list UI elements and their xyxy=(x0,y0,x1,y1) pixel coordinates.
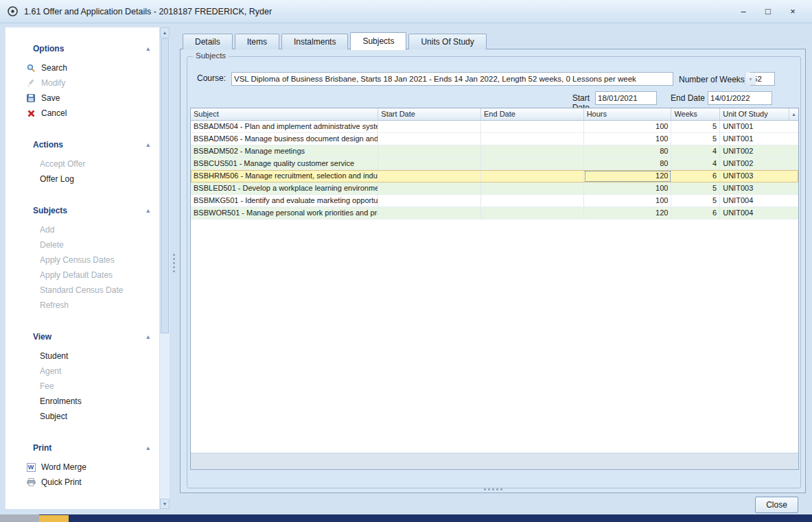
dropdown-icon[interactable]: ▾ xyxy=(745,73,756,85)
sidebar-item-word-merge[interactable]: W Word Merge xyxy=(5,460,159,475)
cell-weeks: 4 xyxy=(671,145,720,158)
cancel-icon xyxy=(25,108,37,119)
tab-details[interactable]: Details xyxy=(183,34,233,49)
cell-subject: BSBHRM506 - Manage recruitment, selectio… xyxy=(191,170,378,182)
section-title: Print xyxy=(33,443,51,453)
cell-end-date xyxy=(481,170,584,182)
cell-start-date xyxy=(378,207,481,220)
sidebar-item-label: Delete xyxy=(40,240,64,250)
cell-start-date xyxy=(378,195,481,207)
tab-items[interactable]: Items xyxy=(235,34,279,49)
close-window-button[interactable]: × xyxy=(780,3,805,20)
tab-units-of-study[interactable]: Units Of Study xyxy=(408,34,486,49)
horizontal-splitter-grip[interactable] xyxy=(484,488,502,490)
cell-start-date xyxy=(378,121,481,133)
collapse-icon[interactable]: ▴ xyxy=(146,207,150,214)
collapse-icon[interactable]: ▴ xyxy=(146,45,150,52)
table-row[interactable]: BSBADM504 - Plan and implement administr… xyxy=(191,121,798,133)
cell-weeks: 5 xyxy=(671,182,720,195)
cell-subject: BSBCUS501 - Manage quality customer serv… xyxy=(191,158,378,170)
sidebar-item-quick-print[interactable]: Quick Print xyxy=(5,475,159,490)
cell-weeks: 5 xyxy=(671,121,720,133)
collapse-icon[interactable]: ▴ xyxy=(146,333,150,340)
taskbar-item[interactable] xyxy=(39,515,69,522)
sidebar-item-label: Fee xyxy=(40,381,54,391)
sidebar-item-delete: Delete xyxy=(5,237,159,252)
minimize-button[interactable]: – xyxy=(731,3,756,20)
sidebar-item-modify: Modify xyxy=(5,75,159,91)
sidebar-scrollbar[interactable]: ▲ ▼ xyxy=(160,27,170,509)
sidebar-item-enrolments[interactable]: Enrolments xyxy=(5,394,159,409)
table-row[interactable]: BSBLED501 - Develop a workplace learning… xyxy=(191,182,798,195)
table-row[interactable]: BSBWOR501 - Manage personal work priorit… xyxy=(191,207,798,220)
column-header-hours[interactable]: Hours xyxy=(584,108,672,121)
cell-unit-of-study: UNIT003 xyxy=(720,182,798,195)
sidebar-item-label: Accept Offer xyxy=(40,159,85,169)
cell-hours-focused: 120 xyxy=(584,170,672,182)
tab-strip: Details Items Instalments Subjects Units… xyxy=(183,32,489,49)
column-header-subject[interactable]: Subject xyxy=(191,108,378,121)
maximize-button[interactable]: □ xyxy=(756,3,780,20)
cell-unit-of-study: UNIT004 xyxy=(720,207,798,220)
tab-subjects[interactable]: Subjects xyxy=(350,32,406,50)
cell-end-date xyxy=(481,182,584,195)
column-header-weeks[interactable]: Weeks xyxy=(671,108,720,121)
collapse-icon[interactable]: ▴ xyxy=(146,444,150,451)
cell-unit-of-study: UNIT001 xyxy=(720,121,798,133)
sidebar-item-label: Modify xyxy=(41,78,65,88)
table-row[interactable]: BSBADM502 - Manage meetings 80 4 UNIT002 xyxy=(191,145,798,158)
cell-subject: BSBLED501 - Develop a workplace learning… xyxy=(191,182,378,195)
sidebar-item-apply-census-dates: Apply Census Dates xyxy=(5,252,159,268)
column-header-start-date[interactable]: Start Date xyxy=(378,108,481,121)
scroll-up-icon[interactable]: ▲ xyxy=(160,27,170,38)
tab-instalments[interactable]: Instalments xyxy=(281,34,348,49)
sidebar-item-label: Standard Census Date xyxy=(40,285,123,295)
sidebar-item-label: Quick Print xyxy=(41,477,82,487)
sidebar-item-label: Subject xyxy=(40,412,67,421)
cell-hours: 100 xyxy=(584,182,672,195)
column-header-end-date[interactable]: End Date xyxy=(481,108,584,121)
cell-end-date xyxy=(481,195,584,207)
sidebar-item-subject[interactable]: Subject xyxy=(5,409,159,424)
cell-hours: 80 xyxy=(584,158,672,170)
course-combo[interactable]: VSL Diploma of Business Brisbane, Starts… xyxy=(231,72,673,86)
section-title: View xyxy=(33,332,51,342)
cell-hours: 80 xyxy=(584,145,672,158)
cell-start-date xyxy=(378,182,481,195)
sidebar-item-offer-log[interactable]: Offer Log xyxy=(5,171,159,187)
table-row[interactable]: BSBCUS501 - Manage quality customer serv… xyxy=(191,158,798,170)
cell-hours: 120 xyxy=(584,207,672,220)
cell-subject: BSBADM506 - Manage business document des… xyxy=(191,133,378,145)
table-row-selected[interactable]: BSBHRM506 - Manage recruitment, selectio… xyxy=(191,170,798,182)
close-button[interactable]: Close xyxy=(755,497,798,513)
sidebar-item-accept-offer: Accept Offer xyxy=(5,156,159,171)
table-row[interactable]: BSBADM506 - Manage business document des… xyxy=(191,133,798,145)
collapse-icon[interactable]: ▴ xyxy=(146,141,150,148)
table-row[interactable]: BSBMKG501 - Identify and evaluate market… xyxy=(191,195,798,207)
vertical-splitter-grip[interactable] xyxy=(173,254,175,272)
cell-hours: 100 xyxy=(584,121,672,133)
sidebar-item-label: Search xyxy=(41,63,67,73)
title-bar: 1.61 Offer and Application Details - 201… xyxy=(0,0,812,23)
sidebar-item-apply-default-dates: Apply Default Dates xyxy=(5,268,159,283)
sidebar-item-search[interactable]: Search xyxy=(5,60,159,75)
sidebar-item-cancel[interactable]: Cancel xyxy=(5,106,159,121)
cell-unit-of-study: UNIT002 xyxy=(720,145,798,158)
sidebar-item-label: Apply Census Dates xyxy=(40,255,115,265)
taskbar-start-area[interactable] xyxy=(0,514,39,522)
scroll-down-icon[interactable]: ▼ xyxy=(160,499,170,509)
groupbox-label: Subjects xyxy=(193,51,229,60)
grid-scroll-up-icon[interactable]: ▲ xyxy=(789,108,798,121)
cell-unit-of-study: UNIT001 xyxy=(720,133,798,145)
sidebar-item-save[interactable]: Save xyxy=(5,91,159,106)
sidebar-item-student[interactable]: Student xyxy=(5,348,159,364)
app-icon xyxy=(7,5,19,17)
taskbar xyxy=(0,514,812,522)
end-date-field[interactable]: 14/01/2022 xyxy=(708,91,772,105)
scrollbar-thumb[interactable] xyxy=(161,38,169,333)
column-header-unit-of-study[interactable]: Unit Of Study xyxy=(720,108,789,121)
cell-weeks: 6 xyxy=(671,170,720,182)
sidebar-section-actions: Actions ▴ xyxy=(33,139,150,151)
start-date-field[interactable]: 18/01/2021 xyxy=(595,91,657,105)
sidebar-section-options: Options ▴ xyxy=(33,43,150,55)
